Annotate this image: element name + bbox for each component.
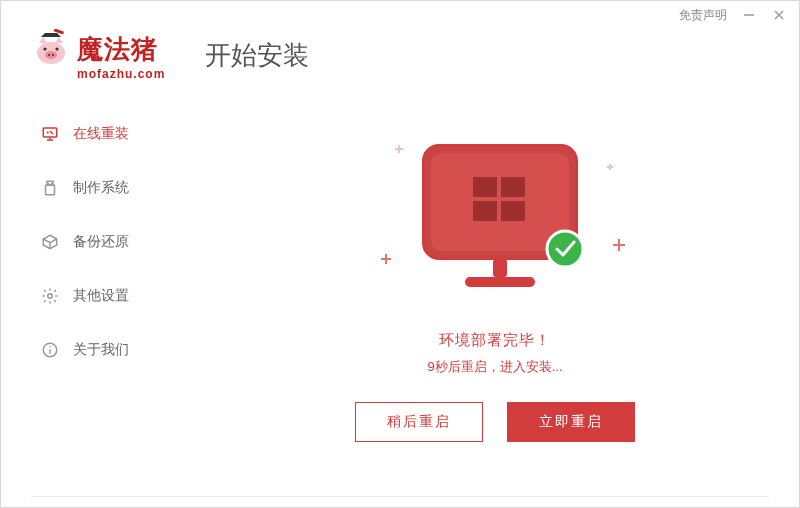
header: 魔法猪 mofazhu.com 开始安装	[1, 29, 799, 89]
titlebar: 免责声明	[1, 1, 799, 29]
svg-point-22	[49, 346, 51, 348]
minimize-button[interactable]	[741, 7, 757, 23]
sidebar-item-label: 其他设置	[73, 287, 129, 305]
box-icon	[41, 233, 59, 251]
sidebar-item-reinstall[interactable]: 在线重装	[1, 113, 191, 155]
monitor-icon	[41, 125, 59, 143]
usb-icon	[41, 179, 59, 197]
brand-name-en: mofazhu.com	[77, 67, 165, 81]
svg-rect-33	[431, 153, 569, 251]
svg-rect-37	[501, 201, 525, 221]
svg-point-8	[55, 47, 58, 50]
disclaimer-link[interactable]: 免责声明	[679, 7, 727, 24]
svg-point-6	[52, 54, 54, 56]
sidebar-item-make-system[interactable]: 制作系统	[1, 167, 191, 209]
status-title: 环境部署完毕！	[439, 331, 551, 350]
button-row: 稍后重启 立即重启	[355, 402, 635, 442]
status-subtitle: 9秒后重启，进入安装...	[427, 358, 562, 376]
svg-point-13	[47, 131, 49, 133]
close-icon	[773, 9, 785, 21]
logo: 魔法猪 mofazhu.com	[31, 29, 165, 81]
sidebar-item-label: 关于我们	[73, 341, 129, 359]
sidebar-item-label: 在线重装	[73, 125, 129, 143]
restart-later-button[interactable]: 稍后重启	[355, 402, 483, 442]
sidebar: 在线重装 制作系统 备份还原 其他设置	[1, 89, 191, 507]
svg-rect-35	[501, 177, 525, 197]
main-panel: 环境部署完毕！ 9秒后重启，进入安装... 稍后重启 立即重启	[191, 89, 799, 507]
close-button[interactable]	[771, 7, 787, 23]
svg-point-7	[43, 47, 46, 50]
svg-rect-36	[473, 201, 497, 221]
info-icon	[41, 341, 59, 359]
sidebar-item-settings[interactable]: 其他设置	[1, 275, 191, 317]
svg-point-19	[48, 294, 53, 299]
sidebar-item-label: 备份还原	[73, 233, 129, 251]
gear-icon	[41, 287, 59, 305]
svg-point-4	[45, 51, 57, 59]
sidebar-item-about[interactable]: 关于我们	[1, 329, 191, 371]
svg-rect-38	[493, 259, 507, 277]
page-title: 开始安装	[205, 38, 309, 73]
minimize-icon	[743, 9, 755, 21]
svg-rect-15	[46, 185, 55, 195]
app-window: 免责声明	[0, 0, 800, 508]
pig-logo-icon	[31, 29, 71, 69]
brand-name-cn: 魔法猪	[77, 36, 158, 62]
svg-rect-34	[473, 177, 497, 197]
restart-now-button[interactable]: 立即重启	[507, 402, 635, 442]
svg-rect-10	[43, 128, 57, 137]
body: 在线重装 制作系统 备份还原 其他设置	[1, 89, 799, 507]
sidebar-item-backup[interactable]: 备份还原	[1, 221, 191, 263]
footer-divider	[31, 496, 769, 497]
svg-point-5	[48, 54, 50, 56]
svg-rect-39	[465, 277, 535, 287]
monitor-illustration	[355, 129, 635, 309]
sidebar-item-label: 制作系统	[73, 179, 129, 197]
